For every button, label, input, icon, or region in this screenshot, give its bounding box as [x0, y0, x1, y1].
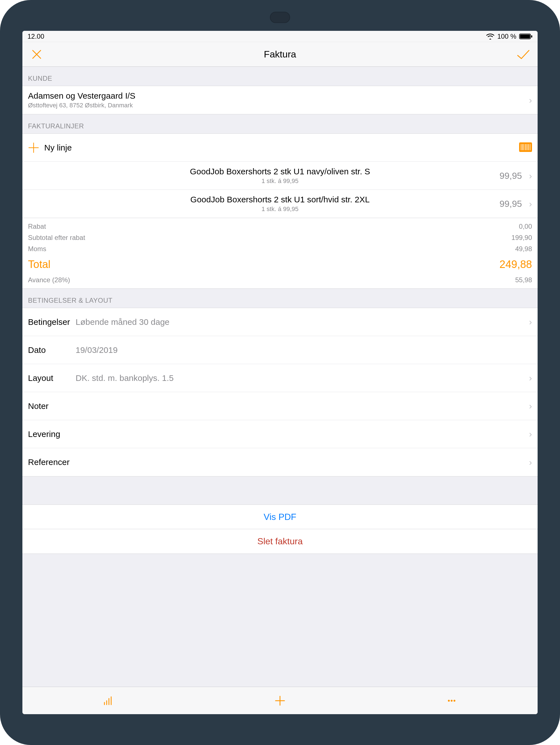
- tab-more[interactable]: [443, 692, 460, 709]
- totals-avance: Avance (28%)55,98: [23, 274, 537, 286]
- line-item-sub: 1 stk. á 99,95: [261, 177, 299, 185]
- confirm-button[interactable]: [516, 47, 530, 61]
- terms-noter-row[interactable]: Noter ›: [23, 392, 537, 420]
- terms-betingelser-row[interactable]: Betingelser Løbende måned 30 dage ›: [23, 308, 537, 336]
- chevron-right-icon: ›: [524, 457, 532, 467]
- view-pdf-button[interactable]: Vis PDF: [23, 505, 537, 529]
- nav-bar: Faktura: [23, 42, 537, 67]
- terms-referencer-row[interactable]: Referencer ›: [23, 448, 537, 476]
- page-title: Faktura: [44, 49, 516, 60]
- status-time: 12.00: [28, 33, 44, 40]
- betingelser-value: Løbende måned 30 dage: [76, 317, 169, 327]
- line-item-price: 99,95: [499, 199, 522, 209]
- chevron-right-icon: ›: [524, 373, 532, 383]
- customer-cell[interactable]: Adamsen og Vestergaard I/S Østtoftevej 6…: [23, 86, 537, 115]
- totals-total: Total249,88: [23, 255, 537, 274]
- new-line-row[interactable]: Ny linje: [23, 134, 537, 162]
- svg-rect-2: [531, 35, 532, 38]
- layout-label: Layout: [28, 373, 76, 383]
- tab-add[interactable]: [272, 692, 288, 709]
- totals-subtotal: Subtotal efter rabat199,90: [23, 232, 537, 243]
- totals-rabat: Rabat0,00: [23, 221, 537, 232]
- battery-icon: [519, 33, 532, 39]
- terms-dato-row[interactable]: Dato 19/03/2019: [23, 336, 537, 364]
- section-header-lines: FAKTURALINJER: [23, 115, 537, 133]
- lines-group: Ny linje G: [23, 133, 537, 218]
- svg-point-17: [454, 700, 455, 702]
- levering-label: Levering: [28, 429, 60, 439]
- line-item-price: 99,95: [499, 170, 522, 181]
- svg-point-15: [448, 700, 450, 702]
- customer-address: Østtoftevej 63, 8752 Østbirk, Danmark: [28, 102, 133, 109]
- chevron-right-icon: ›: [524, 170, 532, 181]
- ipad-frame: 12.00 100 % Faktura KUNDE: [0, 0, 560, 745]
- dato-value: 19/03/2019: [76, 345, 117, 355]
- line-item-sub: 1 stk. á 99,95: [261, 205, 299, 213]
- spacer: [23, 554, 537, 666]
- terms-layout-row[interactable]: Layout DK. std. m. bankoplys. 1.5 ›: [23, 364, 537, 392]
- noter-label: Noter: [28, 401, 48, 411]
- new-line-label: Ny linje: [44, 143, 72, 153]
- cancel-button[interactable]: [30, 47, 44, 61]
- chevron-right-icon: ›: [524, 95, 532, 105]
- tab-bar: [23, 687, 537, 714]
- line-item-name: GoodJob Boxershorts 2 stk U1 navy/oliven…: [190, 167, 370, 176]
- totals-moms: Moms49,98: [23, 243, 537, 255]
- line-item-name: GoodJob Boxershorts 2 stk U1 sort/hvid s…: [190, 195, 370, 204]
- tab-stats[interactable]: [100, 692, 117, 709]
- content-scroll[interactable]: KUNDE Adamsen og Vestergaard I/S Østtoft…: [23, 67, 537, 687]
- delete-invoice-button[interactable]: Slet faktura: [23, 529, 537, 554]
- chevron-right-icon: ›: [524, 401, 532, 411]
- terms-group: Betingelser Løbende måned 30 dage › Dato…: [23, 308, 537, 477]
- ipad-camera: [270, 12, 290, 23]
- totals-block: Rabat0,00 Subtotal efter rabat199,90 Mom…: [23, 218, 537, 289]
- section-header-terms: BETINGELSER & LAYOUT: [23, 289, 537, 308]
- referencer-label: Referencer: [28, 457, 69, 467]
- section-header-customer: KUNDE: [23, 67, 537, 86]
- chevron-right-icon: ›: [524, 199, 532, 209]
- customer-name: Adamsen og Vestergaard I/S: [28, 91, 136, 101]
- status-battery-text: 100 %: [497, 33, 516, 40]
- terms-levering-row[interactable]: Levering ›: [23, 420, 537, 448]
- screen: 12.00 100 % Faktura KUNDE: [23, 31, 537, 714]
- wifi-icon: [486, 33, 494, 39]
- line-item-row[interactable]: GoodJob Boxershorts 2 stk U1 navy/oliven…: [23, 162, 537, 190]
- dato-label: Dato: [28, 345, 76, 355]
- chevron-right-icon: ›: [524, 317, 532, 327]
- betingelser-label: Betingelser: [28, 317, 76, 327]
- line-item-row[interactable]: GoodJob Boxershorts 2 stk U1 sort/hvid s…: [23, 190, 537, 218]
- plus-icon: [28, 142, 39, 153]
- spacer: [23, 477, 537, 505]
- chevron-right-icon: ›: [524, 429, 532, 439]
- barcode-icon[interactable]: [519, 142, 532, 153]
- svg-rect-1: [520, 34, 530, 38]
- svg-point-16: [451, 700, 453, 702]
- layout-value: DK. std. m. bankoplys. 1.5: [76, 373, 174, 383]
- status-bar: 12.00 100 %: [23, 31, 537, 42]
